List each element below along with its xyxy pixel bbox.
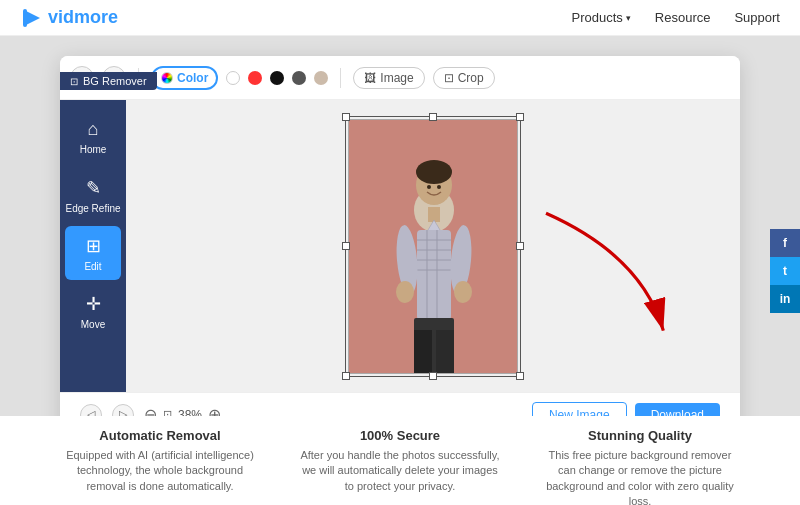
edge-refine-icon: ✎	[86, 177, 101, 199]
linkedin-icon: in	[780, 292, 791, 306]
sidebar-item-home[interactable]: ⌂ Home	[65, 110, 121, 164]
sidebar-item-edit[interactable]: ⊞ Edit	[65, 226, 121, 280]
feature-automatic-title: Automatic Removal	[60, 428, 260, 443]
sidebar-item-move[interactable]: ✛ Move	[65, 284, 121, 338]
color-dark-swatch[interactable]	[292, 71, 306, 85]
handle-top-right[interactable]	[516, 113, 524, 121]
image-icon: 🖼	[364, 71, 376, 85]
handle-bottom-mid[interactable]	[429, 372, 437, 380]
image-button[interactable]: 🖼 Image	[353, 67, 424, 89]
crop-icon: ⊡	[444, 71, 454, 85]
logo-text: vidmore	[48, 7, 118, 28]
feature-strip: Automatic Removal Equipped with AI (arti…	[0, 416, 800, 505]
header: vidmore Products ▾ Resource Support	[0, 0, 800, 36]
feature-quality: Stunning Quality This free picture backg…	[540, 428, 740, 505]
move-icon: ✛	[86, 293, 101, 315]
handle-left-mid[interactable]	[342, 242, 350, 250]
image-container[interactable]	[348, 119, 518, 374]
svg-rect-1	[23, 9, 27, 27]
color-transparent-swatch[interactable]	[226, 71, 240, 85]
handle-right-mid[interactable]	[516, 242, 524, 250]
handle-top-left[interactable]	[342, 113, 350, 121]
feature-secure-desc: After you handle the photos successfully…	[300, 448, 500, 494]
canvas-area	[126, 100, 740, 392]
main-area: ⊡ BG Remover ◁ ▷ Color 🖼 Image ⊡	[0, 36, 800, 505]
feature-quality-title: Stunning Quality	[540, 428, 740, 443]
feature-automatic-desc: Equipped with AI (artificial intelligenc…	[60, 448, 260, 494]
feature-secure-title: 100% Secure	[300, 428, 500, 443]
chevron-down-icon: ▾	[626, 13, 631, 23]
bg-remover-tab: ⊡ BG Remover	[60, 72, 157, 90]
logo-icon	[20, 6, 44, 30]
linkedin-button[interactable]: in	[770, 285, 800, 313]
edit-icon: ⊞	[86, 235, 101, 257]
social-sidebar: f t in	[770, 229, 800, 313]
app-window: ⊡ BG Remover ◁ ▷ Color 🖼 Image ⊡	[60, 56, 740, 436]
nav-products[interactable]: Products ▾	[572, 10, 631, 25]
color-light-swatch[interactable]	[314, 71, 328, 85]
twitter-button[interactable]: t	[770, 257, 800, 285]
feature-automatic: Automatic Removal Equipped with AI (arti…	[60, 428, 260, 494]
twitter-icon: t	[783, 264, 787, 278]
sidebar-item-edge-refine[interactable]: ✎ Edge Refine	[65, 168, 121, 222]
toolbar: ◁ ▷ Color 🖼 Image ⊡ Crop	[60, 56, 740, 100]
arrow-annotation	[510, 192, 710, 352]
toolbar-separator-2	[340, 68, 341, 88]
selection-handles	[345, 116, 521, 377]
app-body: ⌂ Home ✎ Edge Refine ⊞ Edit ✛ Move	[60, 100, 740, 392]
facebook-button[interactable]: f	[770, 229, 800, 257]
color-mode-button[interactable]: Color	[151, 66, 218, 90]
feature-secure: 100% Secure After you handle the photos …	[300, 428, 500, 494]
home-icon: ⌂	[88, 119, 99, 140]
sidebar: ⌂ Home ✎ Edge Refine ⊞ Edit ✛ Move	[60, 100, 126, 392]
color-wheel-icon	[161, 72, 173, 84]
crop-button[interactable]: ⊡ Crop	[433, 67, 495, 89]
handle-bottom-left[interactable]	[342, 372, 350, 380]
color-black-swatch[interactable]	[270, 71, 284, 85]
logo: vidmore	[20, 6, 118, 30]
nav-resource[interactable]: Resource	[655, 10, 711, 25]
color-red-swatch[interactable]	[248, 71, 262, 85]
facebook-icon: f	[783, 236, 787, 250]
nav-support[interactable]: Support	[734, 10, 780, 25]
handle-bottom-right[interactable]	[516, 372, 524, 380]
header-nav: Products ▾ Resource Support	[572, 10, 781, 25]
handle-top-mid[interactable]	[429, 113, 437, 121]
feature-quality-desc: This free picture background remover can…	[540, 448, 740, 505]
